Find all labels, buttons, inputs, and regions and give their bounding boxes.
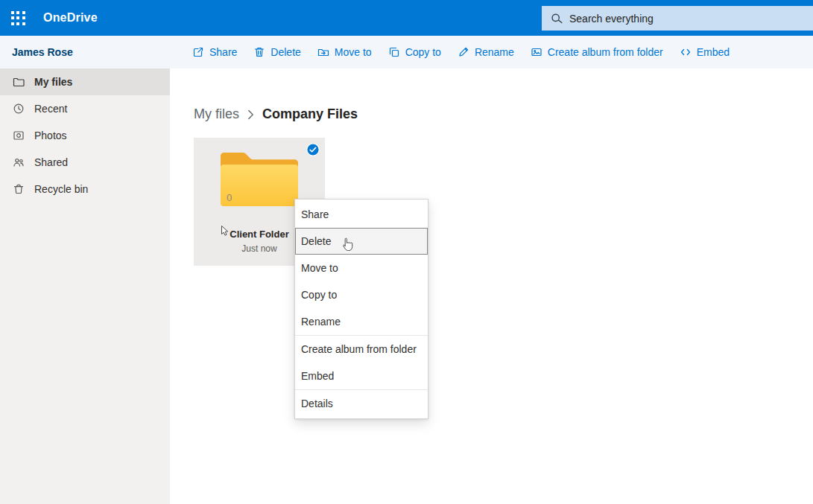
breadcrumb-parent[interactable]: My files <box>194 106 239 122</box>
sidebar-item-label: My files <box>34 76 72 88</box>
toolbar-action-label: Share <box>209 46 237 58</box>
hand-cursor-icon <box>341 237 353 255</box>
app-title: OneDrive <box>43 11 98 25</box>
create-album-icon <box>531 46 542 58</box>
rename-icon <box>458 46 469 58</box>
toolbar-action-label: Embed <box>697 46 730 58</box>
toolbar-action-label: Create album from folder <box>548 46 663 58</box>
sidebar-item-recycle-bin[interactable]: Recycle bin <box>0 176 170 202</box>
command-bar: James Rose Share Delete Move to <box>0 36 813 68</box>
sidebar-nav: My files Recent Photos Shared Recycle bi… <box>0 68 170 504</box>
sidebar-item-label: Shared <box>34 156 68 168</box>
toolbar-create-album-button[interactable]: Create album from folder <box>531 46 663 58</box>
breadcrumb-current: Company Files <box>262 106 358 122</box>
toolbar-action-label: Copy to <box>405 46 441 58</box>
toolbar-rename-button[interactable]: Rename <box>458 46 514 58</box>
menu-item-delete[interactable]: Delete <box>295 228 428 255</box>
sidebar-item-label: Photos <box>34 130 67 141</box>
menu-item-copy-to[interactable]: Copy to <box>295 281 428 308</box>
toolbar-move-to-button[interactable]: Move to <box>317 46 372 58</box>
selected-check-icon[interactable] <box>306 143 320 159</box>
recycle-bin-icon <box>13 183 25 195</box>
main-content: My files Company Files <box>170 68 813 504</box>
toolbar-action-label: Move to <box>335 46 372 58</box>
user-name[interactable]: James Rose <box>12 46 73 58</box>
menu-item-create-album[interactable]: Create album from folder <box>295 336 428 363</box>
sidebar-item-label: Recent <box>34 103 67 115</box>
toolbar-actions: Share Delete Move to Copy to <box>192 46 730 58</box>
sidebar-item-my-files[interactable]: My files <box>0 68 170 95</box>
copy-to-icon <box>388 46 400 58</box>
toolbar-action-label: Delete <box>271 46 300 58</box>
app-header: OneDrive <box>0 0 813 36</box>
toolbar-embed-button[interactable]: Embed <box>680 46 730 58</box>
folder-item-count: 0 <box>227 192 232 203</box>
menu-item-move-to[interactable]: Move to <box>295 255 428 281</box>
breadcrumb: My files Company Files <box>194 106 358 122</box>
menu-item-share[interactable]: Share <box>295 201 428 228</box>
delete-icon <box>253 46 265 58</box>
folder-icon <box>13 76 25 88</box>
sidebar-item-shared[interactable]: Shared <box>0 149 170 176</box>
search-bar[interactable] <box>542 6 813 31</box>
breadcrumb-chevron-icon <box>247 109 254 120</box>
sidebar-item-photos[interactable]: Photos <box>0 122 170 149</box>
app-launcher-button[interactable] <box>0 0 36 36</box>
photos-icon <box>13 130 25 141</box>
people-icon <box>13 156 25 168</box>
toolbar-share-button[interactable]: Share <box>192 46 237 58</box>
share-icon <box>192 46 204 58</box>
toolbar-action-label: Rename <box>475 46 514 58</box>
sidebar-item-label: Recycle bin <box>34 183 88 195</box>
embed-icon <box>680 46 692 58</box>
toolbar-copy-to-button[interactable]: Copy to <box>388 46 441 58</box>
waffle-icon <box>11 11 25 25</box>
search-icon <box>550 12 563 25</box>
clock-icon <box>13 103 25 115</box>
menu-item-details[interactable]: Details <box>295 390 428 417</box>
move-to-icon <box>317 46 329 58</box>
menu-item-rename[interactable]: Rename <box>295 308 428 335</box>
search-input[interactable] <box>569 13 813 25</box>
toolbar-delete-button[interactable]: Delete <box>253 46 300 58</box>
sidebar-item-recent[interactable]: Recent <box>0 95 170 122</box>
context-menu: Share Delete Move to Copy to Rename Crea… <box>294 199 428 419</box>
folder-thumbnail-icon: 0 <box>216 150 303 211</box>
arrow-cursor-icon <box>220 225 230 240</box>
menu-item-embed[interactable]: Embed <box>295 363 428 389</box>
